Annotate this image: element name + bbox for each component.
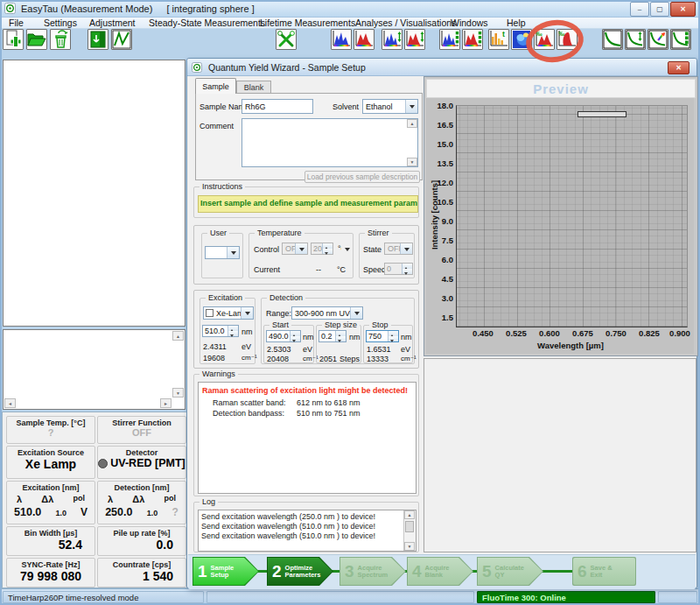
- user-select[interactable]: [205, 246, 240, 259]
- scroll-down-icon[interactable]: ▼: [407, 158, 417, 166]
- temp-setpoint-spinner[interactable]: 20: [311, 243, 333, 255]
- y-tick-label: 15.0: [428, 139, 453, 149]
- scroll-left-icon[interactable]: ◄: [4, 398, 16, 408]
- open-file-button[interactable]: [26, 29, 47, 50]
- scroll-down-icon[interactable]: ▼: [172, 388, 184, 397]
- decay-button[interactable]: [602, 29, 623, 50]
- y-axis-label: Intensity [counts]: [430, 167, 439, 264]
- left-display-panel: [3, 60, 186, 327]
- sample-name-input[interactable]: [242, 99, 313, 114]
- curve-window-button[interactable]: [111, 29, 132, 50]
- menu-windows[interactable]: Windows: [449, 18, 490, 29]
- adjustment-tools-button[interactable]: [276, 29, 297, 50]
- x-tick-label: 0.450: [466, 328, 500, 338]
- decay-scan-button[interactable]: [625, 29, 646, 50]
- menu-file[interactable]: File: [7, 18, 25, 29]
- step-acquire-spectrum[interactable]: 3 AcquireSpectrum: [340, 557, 406, 586]
- step-calculate-qy[interactable]: 5 CalculateQY: [477, 557, 543, 586]
- left-message-area[interactable]: ▲ ▼ ◄ ►: [3, 329, 186, 410]
- scroll-right-icon[interactable]: ►: [160, 398, 172, 408]
- svg-text:‰: ‰: [536, 31, 542, 37]
- time-trace-button[interactable]: t: [488, 29, 509, 50]
- close-button[interactable]: ✕: [670, 2, 696, 17]
- detection-stop-group: Stop 750 nm 1.6531 eV 13333 cm⁻¹: [363, 325, 413, 363]
- step-optimize-parameters[interactable]: 2 OptimizeParameters: [267, 557, 333, 586]
- step-number: 1: [198, 562, 207, 581]
- tab-sample[interactable]: Sample: [195, 78, 236, 94]
- spin-down-icon[interactable]: [290, 336, 300, 341]
- quantum-yield-analysis-button[interactable]: ‰: [556, 29, 578, 50]
- dropdown-arrow-icon[interactable]: [400, 243, 412, 254]
- step-label-line: QY: [495, 571, 505, 579]
- temp-unit-select[interactable]: °C: [335, 243, 353, 255]
- xe-lamp-checkbox[interactable]: [206, 309, 214, 317]
- delete-button[interactable]: [50, 29, 71, 50]
- spectra-batch-red-button[interactable]: [462, 29, 483, 50]
- stop-spinner[interactable]: 750: [366, 330, 399, 342]
- solvent-select[interactable]: Ethanol: [362, 99, 418, 114]
- excitation-spectrum-red-button[interactable]: [354, 29, 374, 50]
- comment-textarea[interactable]: ▲ ▼: [242, 118, 418, 167]
- step-save-exit[interactable]: 6 Save &Exit: [572, 557, 636, 586]
- spin-down-icon[interactable]: [388, 336, 398, 341]
- log-scrollbar[interactable]: ▲ ▼: [403, 510, 416, 551]
- spectrum-scan-red-button[interactable]: [404, 29, 425, 50]
- menu-adjustment[interactable]: Adjustment: [88, 18, 137, 29]
- spin-down-icon[interactable]: [402, 269, 412, 274]
- stirrer-state-select[interactable]: OFF: [384, 243, 413, 255]
- excitation-dlambda-value: 1.0: [55, 509, 66, 517]
- spin-down-icon[interactable]: [323, 249, 332, 254]
- sample-temp-group: Sample Temp. [°C] ?: [6, 416, 95, 444]
- scroll-up-icon[interactable]: ▲: [407, 119, 417, 128]
- dropdown-arrow-icon[interactable]: [241, 307, 253, 319]
- minimize-button[interactable]: –: [630, 2, 649, 17]
- spin-down-icon[interactable]: [228, 331, 238, 336]
- spectra-batch-blue-button[interactable]: [439, 29, 460, 50]
- emission-spectrum-blue-button[interactable]: [331, 29, 352, 50]
- spin-down-icon[interactable]: [336, 336, 346, 341]
- y-tick-label: 4.5: [428, 274, 453, 284]
- log-box[interactable]: Send excitation wavelength (250.0 nm ) t…: [198, 510, 416, 552]
- detection-range-select[interactable]: 300-900 nm UV-RE: [291, 306, 363, 320]
- window-titlebar[interactable]: EasyTau (Measurement Mode) [ integrating…: [0, 0, 700, 18]
- decay-batch-button[interactable]: [670, 29, 691, 50]
- decay-multicolor-button[interactable]: [648, 29, 668, 50]
- wavenumber-unit: cm⁻¹: [401, 355, 416, 362]
- dropdown-arrow-icon[interactable]: [227, 247, 239, 258]
- scroll-down-icon[interactable]: ▼: [404, 542, 415, 551]
- dropdown-arrow-icon[interactable]: [295, 243, 307, 254]
- load-previous-description-button[interactable]: Load previous sample description: [304, 171, 420, 183]
- statusbar-grip-cell: [658, 591, 697, 603]
- new-measurement-button[interactable]: [3, 29, 24, 50]
- menu-help[interactable]: Help: [505, 18, 528, 29]
- temp-control-select[interactable]: OFF: [282, 243, 308, 255]
- spectrum-scan-blue-button[interactable]: [382, 29, 402, 50]
- image-map-button[interactable]: [511, 29, 532, 50]
- dialog-close-button[interactable]: ✕: [668, 61, 690, 74]
- step-sample-setup[interactable]: 1 SampleSetup: [192, 557, 259, 586]
- tab-blank[interactable]: Blank: [236, 81, 271, 94]
- dropdown-arrow-icon[interactable]: [405, 100, 417, 113]
- excitation-source-group: Excitation Source Xe Lamp: [6, 446, 95, 479]
- maximize-button[interactable]: ▢: [650, 2, 669, 17]
- scrollbar-thumb[interactable]: [405, 521, 414, 532]
- stirrer-speed-spinner[interactable]: 0: [384, 263, 413, 275]
- start-spinner[interactable]: 490.0: [266, 330, 301, 342]
- x-tick-label: 0.825: [632, 328, 667, 338]
- quantum-yield-wizard-button[interactable]: ‰: [534, 29, 555, 50]
- menu-settings[interactable]: Settings: [42, 18, 79, 29]
- dock-panel-button[interactable]: [88, 29, 108, 50]
- excitation-group-label: Excitation: [206, 293, 245, 302]
- dropdown-arrow-icon[interactable]: [350, 307, 362, 319]
- scroll-up-icon[interactable]: ▲: [172, 331, 184, 341]
- menu-analyses[interactable]: Analyses / Visualisations: [354, 18, 458, 29]
- excitation-wavelength-spinner[interactable]: 510.0: [202, 325, 239, 337]
- step-size-spinner[interactable]: 0.2: [318, 330, 346, 342]
- scroll-up-icon[interactable]: ▲: [404, 510, 415, 519]
- dialog-titlebar[interactable]: Quantum Yield Wizard - Sample Setup: [187, 59, 696, 76]
- menu-steady-state[interactable]: Steady-State Measurements: [147, 18, 267, 29]
- excitation-source-select[interactable]: Xe-Lamp: [203, 306, 254, 320]
- menu-lifetime[interactable]: Lifetime Measurements: [258, 18, 357, 29]
- dropdown-arrow-icon[interactable]: [341, 243, 353, 255]
- step-acquire-blank[interactable]: 4 AcquireBlank: [407, 557, 473, 586]
